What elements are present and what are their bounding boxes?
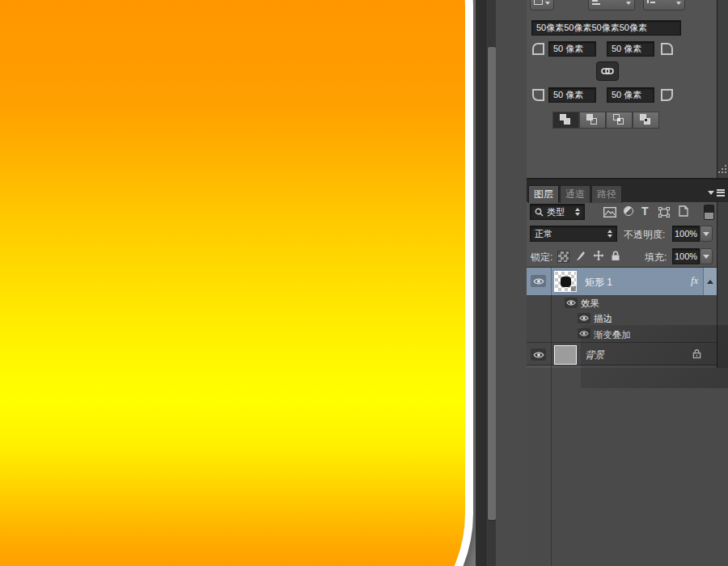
visibility-toggle[interactable] — [565, 298, 578, 308]
radius-bottom-left-field[interactable]: 50 像素 — [548, 87, 596, 103]
intersect-shapes-button[interactable] — [606, 112, 633, 129]
stroke-width-stepper[interactable] — [530, 0, 554, 11]
lock-position-move-icon[interactable] — [593, 250, 604, 264]
filter-type-layers-button[interactable]: T — [641, 205, 649, 217]
exclude-shape-icon — [640, 114, 652, 126]
layer-thumbnail[interactable] — [554, 271, 577, 292]
background-thumbnail[interactable] — [554, 345, 577, 365]
chevron-down-icon — [703, 255, 709, 259]
corner-top-left-icon — [532, 43, 544, 55]
photoshop-window: 50像素50像素50像素50像素 50 像素 50 像素 50 像素 50 像素 — [0, 0, 728, 566]
filter-pixel-layers-button[interactable] — [603, 206, 616, 221]
stroke-shape-icon — [534, 0, 543, 5]
opacity-value-field[interactable]: 100% — [672, 226, 700, 242]
stroke-effect-label[interactable]: 描边 — [594, 313, 612, 325]
triangle-up-icon — [707, 280, 713, 284]
watermark-overlay — [581, 325, 728, 388]
filter-type-label: 类型 — [547, 206, 565, 218]
pixel-filter-icon — [603, 207, 616, 218]
layer-row-effects[interactable]: 效果 — [527, 295, 717, 310]
visibility-toggle[interactable] — [531, 348, 546, 361]
intersect-shape-icon — [613, 114, 625, 126]
stroke-corner-icon — [647, 0, 657, 3]
dropdown-arrows-icon — [607, 230, 612, 238]
corner-bottom-left-icon — [532, 89, 544, 101]
stroke-align-stepper[interactable] — [588, 0, 635, 11]
layer-filter-row: 类型 T — [527, 201, 717, 225]
stepper-arrows-icon[interactable] — [545, 0, 550, 5]
opacity-label: 不透明度: — [624, 228, 665, 242]
panel-resize-grip[interactable] — [717, 164, 727, 174]
search-icon — [535, 208, 544, 217]
panel-menu-icon — [708, 191, 714, 195]
visibility-toggle[interactable] — [531, 275, 546, 287]
layer-list-empty-area — [527, 368, 728, 566]
canvas-window-edge — [476, 0, 485, 566]
corner-top-right-icon — [661, 43, 673, 55]
layer-row-rectangle1[interactable]: 矩形 1 fx — [527, 268, 717, 295]
blend-options-row: 正常 不透明度: 100% — [527, 225, 717, 247]
shape-thumbnail-blob — [561, 277, 571, 287]
lock-label: 锁定: — [531, 251, 552, 264]
dropdown-arrows-icon — [575, 208, 580, 216]
layer-name[interactable]: 矩形 1 — [585, 276, 612, 289]
fill-label: 填充: — [645, 251, 667, 264]
smartobject-filter-icon — [679, 205, 688, 217]
visibility-toggle[interactable] — [578, 313, 590, 323]
effects-label[interactable]: 效果 — [581, 298, 599, 310]
fill-dropdown-button[interactable] — [700, 248, 713, 264]
fill-value-field[interactable]: 100% — [672, 248, 700, 264]
filter-type-dropdown[interactable]: 类型 — [530, 204, 585, 220]
eye-icon — [533, 277, 544, 285]
link-icon — [601, 66, 614, 76]
filter-adjustment-layers-button[interactable] — [624, 206, 633, 216]
eye-column-divider — [551, 267, 552, 566]
filter-on-off-toggle[interactable] — [704, 205, 714, 220]
radius-top-left-field[interactable]: 50 像素 — [548, 41, 596, 57]
filter-smart-object-button[interactable] — [679, 205, 688, 220]
corner-bottom-right-icon — [661, 89, 673, 101]
combine-shapes-button[interactable] — [552, 112, 579, 129]
rounded-rectangle-shape[interactable] — [0, 0, 473, 566]
filter-shape-layers-button[interactable] — [658, 206, 670, 221]
subtract-shape-icon — [586, 114, 599, 126]
blend-mode-dropdown[interactable]: 正常 — [530, 226, 617, 242]
eye-icon — [533, 351, 544, 359]
lock-all-icon[interactable] — [611, 250, 620, 264]
document-canvas[interactable] — [0, 0, 476, 566]
right-panel-dock: 50像素50像素50像素50像素 50 像素 50 像素 50 像素 50 像素 — [527, 0, 728, 566]
lock-transparency-icon[interactable] — [557, 251, 569, 263]
subtract-front-shape-button[interactable] — [579, 112, 606, 129]
lock-pixels-brush-icon[interactable] — [575, 250, 586, 264]
radius-top-right-field[interactable]: 50 像素 — [607, 41, 654, 57]
combine-shapes-icon — [560, 114, 572, 126]
radius-summary-field[interactable]: 50像素50像素50像素50像素 — [531, 20, 681, 36]
stepper-arrows-icon[interactable] — [676, 0, 681, 5]
panel-menu-button[interactable] — [708, 188, 725, 197]
collapse-effects-button[interactable] — [703, 268, 717, 295]
eye-icon — [579, 315, 589, 322]
fx-badge[interactable]: fx — [691, 274, 698, 287]
stroke-align-icon — [592, 0, 600, 5]
layer-row-stroke-effect[interactable]: 描边 — [527, 310, 717, 326]
eye-icon — [566, 299, 576, 306]
vector-mask-badge-icon — [570, 285, 577, 292]
radius-bottom-right-field[interactable]: 50 像素 — [607, 87, 654, 103]
stepper-arrows-icon[interactable] — [626, 0, 631, 5]
panel-menu-lines-icon — [717, 188, 725, 197]
shape-filter-icon — [658, 207, 670, 218]
pathfinder-button-group — [552, 112, 659, 129]
layers-tab-bar: 图层 通道 路径 — [527, 178, 728, 202]
link-radius-values-button[interactable] — [596, 61, 619, 81]
exclude-shapes-button[interactable] — [633, 112, 659, 129]
stroke-corner-stepper[interactable] — [643, 0, 685, 11]
chevron-down-icon — [703, 232, 709, 236]
panel-dock-gutter — [496, 0, 529, 566]
blend-mode-value: 正常 — [535, 228, 552, 240]
opacity-dropdown-button[interactable] — [700, 226, 713, 242]
canvas-vertical-scrollbar[interactable] — [485, 0, 497, 566]
